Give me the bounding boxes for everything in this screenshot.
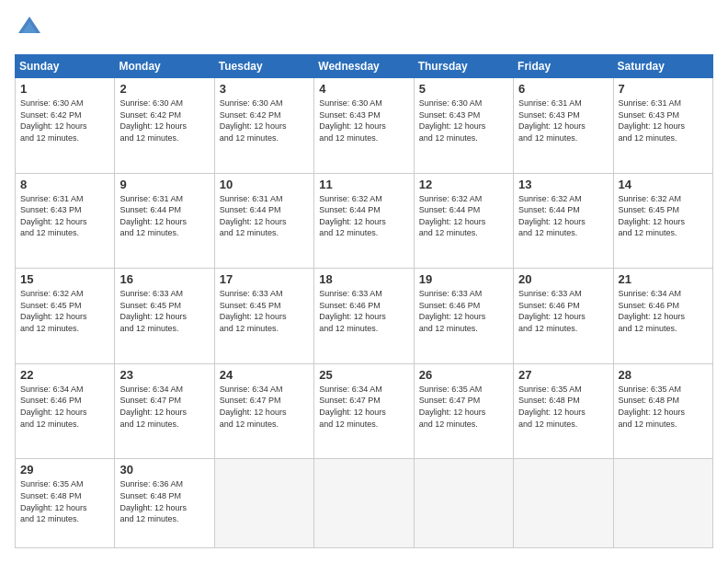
day-number: 18 [319,272,408,286]
weekday-header: Friday [514,55,613,78]
day-info: Sunrise: 6:35 AMSunset: 6:47 PMDaylight:… [419,384,508,430]
day-info: Sunrise: 6:33 AMSunset: 6:46 PMDaylight:… [419,288,508,334]
day-number: 3 [220,82,309,96]
day-number: 14 [619,178,708,191]
calendar-cell: 16Sunrise: 6:33 AMSunset: 6:45 PMDayligh… [115,269,214,364]
weekday-header: Sunday [16,55,115,78]
day-number: 25 [319,368,408,382]
day-info: Sunrise: 6:35 AMSunset: 6:48 PMDaylight:… [619,384,708,430]
calendar-cell: 30Sunrise: 6:36 AMSunset: 6:48 PMDayligh… [115,459,214,548]
calendar-cell: 9Sunrise: 6:31 AMSunset: 6:44 PMDaylight… [115,173,214,269]
calendar-week-row: 15Sunrise: 6:32 AMSunset: 6:45 PMDayligh… [16,269,713,364]
calendar-cell: 18Sunrise: 6:33 AMSunset: 6:46 PMDayligh… [314,269,414,364]
calendar-week-row: 22Sunrise: 6:34 AMSunset: 6:46 PMDayligh… [16,363,713,459]
day-info: Sunrise: 6:34 AMSunset: 6:47 PMDaylight:… [119,384,209,430]
day-number: 9 [119,178,209,191]
day-info: Sunrise: 6:33 AMSunset: 6:46 PMDaylight:… [518,288,608,334]
day-number: 15 [20,272,109,286]
day-number: 16 [119,272,209,286]
logo-icon [17,15,42,40]
calendar-cell: 10Sunrise: 6:31 AMSunset: 6:44 PMDayligh… [214,173,313,269]
calendar-cell [414,459,513,548]
day-number: 17 [220,272,309,286]
day-number: 30 [119,463,209,477]
day-number: 27 [518,368,608,382]
weekday-header: Wednesday [314,55,414,78]
calendar-cell: 28Sunrise: 6:35 AMSunset: 6:48 PMDayligh… [613,363,712,459]
day-info: Sunrise: 6:31 AMSunset: 6:43 PMDaylight:… [619,98,708,144]
day-info: Sunrise: 6:30 AMSunset: 6:42 PMDaylight:… [119,98,209,144]
calendar-cell: 5Sunrise: 6:30 AMSunset: 6:43 PMDaylight… [414,78,513,174]
calendar-cell: 27Sunrise: 6:35 AMSunset: 6:48 PMDayligh… [514,363,613,459]
day-number: 2 [119,82,209,96]
day-number: 8 [20,178,109,191]
day-number: 7 [619,82,708,96]
day-number: 24 [220,368,309,382]
day-number: 19 [419,272,508,286]
day-info: Sunrise: 6:31 AMSunset: 6:43 PMDaylight:… [20,193,109,239]
day-info: Sunrise: 6:32 AMSunset: 6:45 PMDaylight:… [20,288,109,334]
day-info: Sunrise: 6:34 AMSunset: 6:46 PMDaylight:… [619,288,708,334]
day-info: Sunrise: 6:31 AMSunset: 6:44 PMDaylight:… [119,193,209,239]
day-number: 28 [619,368,708,382]
weekday-header: Monday [115,55,214,78]
day-number: 26 [419,368,508,382]
calendar-cell [613,459,712,548]
day-info: Sunrise: 6:32 AMSunset: 6:45 PMDaylight:… [619,193,708,239]
day-info: Sunrise: 6:35 AMSunset: 6:48 PMDaylight:… [20,478,109,524]
day-number: 6 [518,82,608,96]
day-info: Sunrise: 6:30 AMSunset: 6:42 PMDaylight:… [220,98,309,144]
day-info: Sunrise: 6:30 AMSunset: 6:43 PMDaylight:… [319,98,408,144]
day-info: Sunrise: 6:33 AMSunset: 6:45 PMDaylight:… [220,288,309,334]
calendar-cell: 14Sunrise: 6:32 AMSunset: 6:45 PMDayligh… [613,173,712,269]
calendar-cell [314,459,414,548]
day-info: Sunrise: 6:33 AMSunset: 6:45 PMDaylight:… [119,288,209,334]
calendar-cell: 25Sunrise: 6:34 AMSunset: 6:47 PMDayligh… [314,363,414,459]
day-number: 4 [319,82,408,96]
calendar-table: SundayMondayTuesdayWednesdayThursdayFrid… [15,54,713,548]
page: SundayMondayTuesdayWednesdayThursdayFrid… [0,0,728,563]
weekday-header: Thursday [414,55,513,78]
calendar-cell: 6Sunrise: 6:31 AMSunset: 6:43 PMDaylight… [514,78,613,174]
calendar-cell: 29Sunrise: 6:35 AMSunset: 6:48 PMDayligh… [16,459,115,548]
day-info: Sunrise: 6:33 AMSunset: 6:46 PMDaylight:… [319,288,408,334]
day-number: 22 [20,368,109,382]
day-info: Sunrise: 6:32 AMSunset: 6:44 PMDaylight:… [419,193,508,239]
calendar-cell: 20Sunrise: 6:33 AMSunset: 6:46 PMDayligh… [514,269,613,364]
calendar-cell: 26Sunrise: 6:35 AMSunset: 6:47 PMDayligh… [414,363,513,459]
calendar-cell: 24Sunrise: 6:34 AMSunset: 6:47 PMDayligh… [214,363,313,459]
day-number: 29 [20,463,109,477]
day-number: 1 [20,82,109,96]
day-number: 11 [319,178,408,191]
day-info: Sunrise: 6:31 AMSunset: 6:44 PMDaylight:… [220,193,309,239]
day-info: Sunrise: 6:32 AMSunset: 6:44 PMDaylight:… [518,193,608,239]
day-info: Sunrise: 6:30 AMSunset: 6:42 PMDaylight:… [20,98,109,144]
calendar-cell: 17Sunrise: 6:33 AMSunset: 6:45 PMDayligh… [214,269,313,364]
weekday-header: Saturday [613,55,712,78]
calendar-cell: 19Sunrise: 6:33 AMSunset: 6:46 PMDayligh… [414,269,513,364]
day-info: Sunrise: 6:34 AMSunset: 6:47 PMDaylight:… [319,384,408,430]
calendar-cell: 13Sunrise: 6:32 AMSunset: 6:44 PMDayligh… [514,173,613,269]
calendar-cell: 23Sunrise: 6:34 AMSunset: 6:47 PMDayligh… [115,363,214,459]
day-info: Sunrise: 6:34 AMSunset: 6:46 PMDaylight:… [20,384,109,430]
calendar-body: 1Sunrise: 6:30 AMSunset: 6:42 PMDaylight… [16,78,713,548]
calendar-cell: 21Sunrise: 6:34 AMSunset: 6:46 PMDayligh… [613,269,712,364]
day-info: Sunrise: 6:32 AMSunset: 6:44 PMDaylight:… [319,193,408,239]
day-number: 21 [619,272,708,286]
day-info: Sunrise: 6:35 AMSunset: 6:48 PMDaylight:… [518,384,608,430]
calendar-cell [214,459,313,548]
header [15,15,713,45]
logo [15,15,42,45]
calendar-cell [514,459,613,548]
day-number: 13 [518,178,608,191]
weekday-header: Tuesday [214,55,313,78]
calendar-header-row: SundayMondayTuesdayWednesdayThursdayFrid… [16,55,713,78]
day-number: 10 [220,178,309,191]
calendar-cell: 15Sunrise: 6:32 AMSunset: 6:45 PMDayligh… [16,269,115,364]
day-info: Sunrise: 6:31 AMSunset: 6:43 PMDaylight:… [518,98,608,144]
day-info: Sunrise: 6:34 AMSunset: 6:47 PMDaylight:… [220,384,309,430]
calendar-cell: 12Sunrise: 6:32 AMSunset: 6:44 PMDayligh… [414,173,513,269]
calendar-cell: 22Sunrise: 6:34 AMSunset: 6:46 PMDayligh… [16,363,115,459]
calendar-cell: 8Sunrise: 6:31 AMSunset: 6:43 PMDaylight… [16,173,115,269]
day-number: 20 [518,272,608,286]
